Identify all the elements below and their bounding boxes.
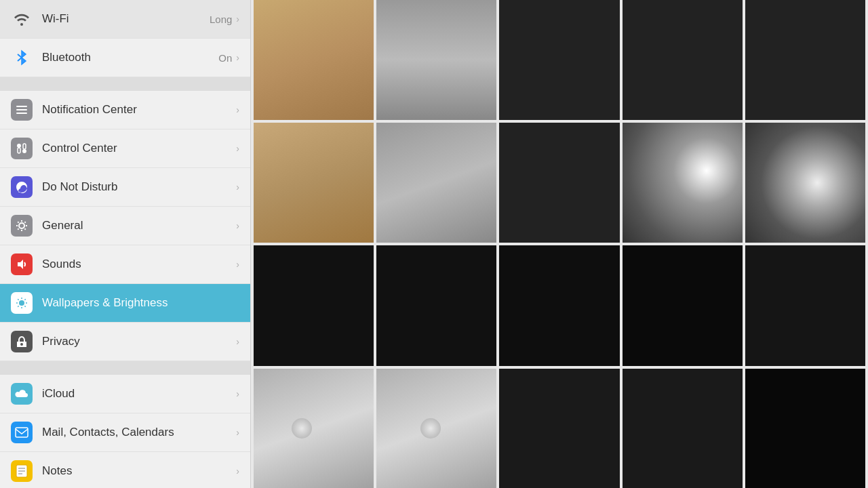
- sidebar-item-mail-contacts[interactable]: Mail, Contacts, Calendars›: [0, 413, 250, 452]
- photo-cell[interactable]: [499, 0, 619, 120]
- sounds-label: Sounds: [42, 258, 236, 271]
- photo-cell[interactable]: [623, 369, 743, 488]
- photo-cell[interactable]: [254, 123, 374, 243]
- wifi-icon: [11, 8, 33, 30]
- wallpapers-brightness-label: Wallpapers & Brightness: [42, 296, 239, 310]
- sidebar-item-notification-center[interactable]: Notification Center›: [0, 91, 250, 129]
- svg-rect-2: [16, 106, 27, 107]
- svg-point-6: [22, 149, 26, 153]
- privacy-label: Privacy: [42, 335, 236, 348]
- photo-cell[interactable]: [499, 245, 619, 365]
- svg-point-9: [19, 223, 24, 228]
- sounds-chevron: ›: [236, 259, 239, 270]
- sidebar-item-privacy[interactable]: Privacy›: [0, 323, 250, 361]
- photo-cell[interactable]: [254, 369, 374, 488]
- control-center-label: Control Center: [42, 142, 236, 155]
- sidebar-item-do-not-disturb[interactable]: Do Not Disturb›: [0, 168, 250, 207]
- sidebar-item-wifi[interactable]: Wi-FiLong›: [0, 0, 250, 39]
- photo-cell[interactable]: [745, 0, 865, 120]
- photo-cell[interactable]: [376, 369, 496, 488]
- photo-cell[interactable]: [254, 0, 374, 120]
- svg-point-11: [19, 300, 24, 306]
- photo-cell[interactable]: [745, 123, 865, 243]
- do-not-disturb-chevron: ›: [236, 182, 239, 192]
- mail-contacts-chevron: ›: [236, 427, 239, 438]
- photo-cell[interactable]: [376, 245, 496, 365]
- privacy-chevron: ›: [236, 336, 239, 347]
- notification-center-chevron: ›: [236, 104, 239, 115]
- sounds-icon: [11, 253, 33, 275]
- photo-cell[interactable]: [623, 245, 743, 365]
- bluetooth-value: On: [218, 52, 232, 64]
- do-not-disturb-icon: [11, 176, 33, 198]
- control-center-icon: [11, 138, 33, 159]
- general-chevron: ›: [236, 220, 239, 231]
- icloud-icon: [11, 383, 33, 405]
- general-label: General: [42, 219, 236, 232]
- bluetooth-icon: [11, 47, 33, 68]
- privacy-icon: [11, 331, 33, 352]
- content-area: 63 Photos: [251, 0, 868, 488]
- section-divider: [0, 361, 250, 375]
- notification-center-label: Notification Center: [42, 103, 236, 117]
- photo-cell[interactable]: [499, 369, 619, 488]
- sidebar-item-bluetooth[interactable]: BluetoothOn›: [0, 39, 250, 77]
- photo-cell[interactable]: [745, 369, 865, 488]
- photo-cell[interactable]: [376, 123, 496, 243]
- photo-cell[interactable]: [623, 123, 743, 243]
- mail-contacts-icon: [11, 422, 33, 443]
- photo-cell[interactable]: [499, 123, 619, 243]
- notes-label: Notes: [42, 464, 236, 478]
- svg-rect-4: [16, 113, 27, 114]
- mail-contacts-label: Mail, Contacts, Calendars: [42, 426, 236, 439]
- bluetooth-chevron: ›: [236, 52, 239, 63]
- sidebar-item-general[interactable]: General›: [0, 207, 250, 245]
- sidebar-item-sounds[interactable]: Sounds›: [0, 245, 250, 284]
- wifi-label: Wi-Fi: [42, 12, 210, 26]
- wifi-value: Long: [210, 14, 232, 25]
- svg-rect-7: [23, 144, 26, 149]
- photo-grid: [251, 0, 868, 488]
- notes-chevron: ›: [236, 466, 239, 476]
- icloud-label: iCloud: [42, 387, 236, 401]
- svg-marker-10: [18, 260, 23, 269]
- bluetooth-label: Bluetooth: [42, 51, 218, 64]
- svg-line-1: [18, 58, 22, 61]
- svg-rect-8: [18, 148, 20, 153]
- notes-icon: [11, 460, 33, 482]
- general-icon: [11, 215, 33, 237]
- sidebar-item-wallpapers-brightness[interactable]: Wallpapers & Brightness: [0, 284, 250, 323]
- photo-cell[interactable]: [376, 0, 496, 120]
- svg-point-5: [17, 144, 21, 148]
- wallpapers-brightness-icon: [11, 292, 33, 314]
- sidebar-item-icloud[interactable]: iCloud›: [0, 375, 250, 413]
- settings-sidebar: Wi-FiLong›BluetoothOn›Notification Cente…: [0, 0, 251, 488]
- svg-line-0: [18, 54, 22, 58]
- control-center-chevron: ›: [236, 143, 239, 154]
- sidebar-item-control-center[interactable]: Control Center›: [0, 129, 250, 168]
- svg-rect-3: [16, 109, 27, 110]
- photo-cell[interactable]: [254, 245, 374, 365]
- photo-cell[interactable]: [745, 245, 865, 365]
- section-divider: [0, 77, 250, 91]
- do-not-disturb-label: Do Not Disturb: [42, 180, 236, 194]
- photo-cell[interactable]: [623, 0, 743, 120]
- wifi-chevron: ›: [236, 14, 239, 24]
- icloud-chevron: ›: [236, 388, 239, 399]
- sidebar-item-notes[interactable]: Notes›: [0, 452, 250, 488]
- svg-rect-12: [16, 428, 28, 437]
- notification-center-icon: [11, 99, 33, 121]
